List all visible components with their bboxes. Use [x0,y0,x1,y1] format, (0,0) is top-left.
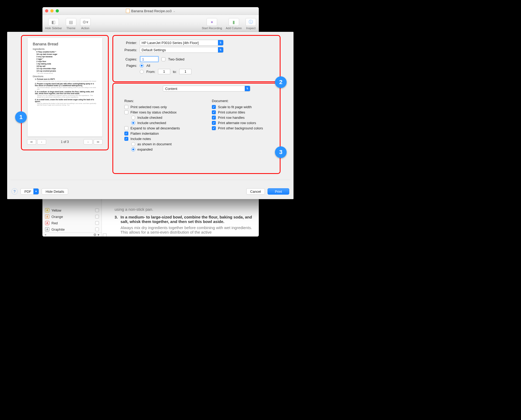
sidebar-color-item[interactable]: AOrange [42,213,102,220]
two-sided-checkbox[interactable] [161,57,165,61]
separator [10,180,290,180]
pages-from-input[interactable] [158,69,170,74]
hide-sidebar-button[interactable]: ◧Hide Sidebar [45,18,62,30]
direction-note: Start by placing the butter in the bowl … [37,103,97,106]
print-bg-colors-checkbox[interactable]: ✓ [212,126,216,130]
copies-label: Copies: [119,57,137,61]
callout-badge-2: 2 [275,76,287,88]
callout-badge-3: 3 [275,146,287,158]
step-note: Always mix dry ingredients together befo… [121,225,252,234]
filter-rows-checkbox[interactable] [124,110,128,114]
help-button[interactable]: ? [11,188,18,195]
direction-line: 2. Prepare a regular-sized loaf pan with… [35,83,97,86]
ingredient-line: 1/8 tsp salt [37,65,97,67]
ingredients-header: Ingredients [33,48,97,50]
chevron-updown-icon: ⇅ [245,86,250,91]
color-swatch-icon: A [45,221,49,225]
notes-as-shown-radio[interactable] [131,142,135,146]
direction-note: Always preheat the oven to ensure it com… [37,80,97,82]
pages-label: Pages: [119,64,137,68]
step-title: In a medium- to large-sized bowl, combin… [121,215,252,224]
content-select[interactable]: Content⇅ [163,86,250,91]
sidebar-color-item[interactable]: ARed [42,220,102,226]
print-column-titles-checkbox[interactable]: ✓ [212,110,216,114]
theme-button[interactable]: ▤Theme [66,18,76,30]
ingredient-line: 3/4 cup dark brown sugar [37,53,97,55]
sidebar-gear-icon[interactable]: ⚙ ▾ [93,233,99,237]
pages-to-input[interactable] [179,69,191,74]
next-page-button[interactable]: › [84,139,93,145]
printer-select[interactable]: HP LaserJet P3010 Series [4th Floor]⇅ [140,40,224,46]
info-icon: ⓘ [246,18,256,26]
print-row-handles-checkbox[interactable]: ✓ [212,116,216,120]
action-button[interactable]: ⚙▾Action [80,18,91,30]
notes-icon[interactable] [103,234,107,237]
ingredient-line: 8 Tbsp unsalted butter * [37,51,97,53]
gear-icon: ⚙▾ [80,18,91,26]
cancel-button[interactable]: Cancel [246,188,265,195]
color-swatch-icon: A [45,208,49,212]
sidebar-color-item[interactable]: AGraphite [42,226,102,233]
pages-from-label: From: [146,70,155,74]
color-name: Graphite [51,228,65,231]
first-page-button[interactable]: ≪ [27,139,36,145]
ingredient-line: 1/2 cup chocolate chips [37,68,97,69]
pages-all-radio[interactable] [140,64,144,68]
last-page-button[interactable]: ≫ [94,139,103,145]
pages-from-radio[interactable] [140,70,144,74]
add-button[interactable]: + [45,233,47,237]
print-button[interactable]: Print [268,188,289,195]
content-options-section: Content⇅ Rows: Print selected rows only … [112,83,281,174]
add-column-button[interactable]: ▮Add Column [226,18,242,30]
color-name: Orange [51,215,63,219]
color-checkbox[interactable] [95,228,99,231]
color-checkbox[interactable] [95,221,99,225]
titlebar: Banana Bread Recipe.oo3 ⌄ [42,7,259,15]
pdf-button[interactable]: PDF▼ [20,188,39,195]
ingredient-line: 1 tsp baking soda [37,63,97,65]
pages-all-label: All [146,64,150,68]
print-dialog: Banana Bread Ingredients 8 Tbsp unsalted… [7,32,294,199]
directions-header: Directions [33,75,97,78]
include-checked-radio[interactable] [131,116,135,120]
partial-line: using a non-stick pan. [115,207,252,212]
direction-note: You should always "grease the pan" befor… [37,87,97,90]
scale-fit-checkbox[interactable]: ✓ [212,105,216,109]
sidebar-color-item[interactable]: AYellow [42,207,102,213]
color-checkbox[interactable] [95,208,99,212]
chevron-updown-icon: ⇅ [218,40,223,45]
mic-icon: ● [207,18,217,26]
step-number: 3. [115,215,118,234]
direction-line: 1. Preheat oven to 350°F. [35,78,97,80]
copies-input[interactable] [140,56,159,62]
color-checkbox[interactable] [95,215,99,218]
title-chevron-icon[interactable]: ⌄ [173,10,175,12]
rows-header: Rows: [124,99,201,103]
hide-details-button[interactable]: Hide Details [42,188,68,195]
print-alt-colors-checkbox[interactable]: ✓ [212,121,216,125]
start-recording-button[interactable]: ●Start Recording [202,18,222,30]
include-notes-checkbox[interactable]: ✓ [124,137,128,141]
dialog-buttons: ? PDF▼ Hide Details Cancel Print [11,187,289,195]
prev-page-button[interactable]: ‹ [37,139,46,145]
inspect-button[interactable]: ⓘInspect [246,18,256,30]
presets-select[interactable]: Default Settings⇅ [140,47,224,53]
ingredient-line: 1/2 cup crushed pecans [37,70,97,72]
color-name: Red [51,221,58,225]
title-text: Banana Bread Recipe.oo3 [131,9,172,13]
document-icon [126,9,130,13]
page-indicator: 1 of 3 [50,140,80,144]
chevron-updown-icon: ⇅ [218,47,223,52]
ingredients-footnote: * (at room temperature) [37,72,97,74]
toolbar: ◧Hide Sidebar ▤Theme ⚙▾Action ●Start Rec… [42,15,259,32]
expand-descendants-checkbox[interactable] [124,126,128,130]
printer-label: Printer: [119,41,137,45]
flatten-indentation-checkbox[interactable]: ✓ [124,132,128,135]
print-settings-section: Printer: HP LaserJet P3010 Series [4th F… [112,35,281,82]
include-unchecked-radio[interactable] [131,121,135,125]
window-title: Banana Bread Recipe.oo3 ⌄ [42,9,259,13]
print-selected-rows-checkbox[interactable] [124,105,128,109]
page-navigator: ≪ ‹ 1 of 3 › ≫ [24,139,106,145]
notes-expanded-radio[interactable] [131,147,135,151]
two-sided-label: Two-Sided [168,57,184,61]
